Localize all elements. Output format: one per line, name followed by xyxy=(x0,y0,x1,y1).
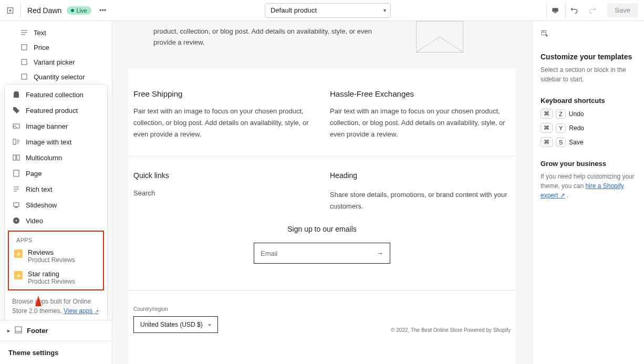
email-input[interactable]: Email → xyxy=(254,243,390,264)
feature-text: product, collection, or blog post. Add d… xyxy=(128,21,395,53)
col1-title: Free Shipping xyxy=(133,89,314,98)
rich-text-icon xyxy=(12,185,20,193)
exit-button[interactable] xyxy=(6,3,21,18)
svg-rect-2 xyxy=(554,12,556,13)
quick-links-column: Quick links Search xyxy=(133,171,314,212)
svg-point-13 xyxy=(15,207,16,208)
preview-canvas: product, collection, or blog post. Add d… xyxy=(112,21,532,364)
app-reviews[interactable]: ★ Reviews Product Reviews xyxy=(9,245,103,267)
undo-icon xyxy=(570,6,578,15)
kbd-title: Keyboard shortcuts xyxy=(541,97,636,105)
svg-rect-4 xyxy=(22,59,27,65)
feature-image-placeholder xyxy=(416,21,463,53)
image-text-icon xyxy=(12,138,20,146)
heading-text: Share store details, promotions, or bran… xyxy=(330,189,511,212)
svg-rect-17 xyxy=(15,327,22,333)
price-icon xyxy=(20,43,28,51)
shortcut-save: ⌘SSave xyxy=(541,137,636,147)
section-image-with-text[interactable]: Image with text xyxy=(5,134,107,150)
more-menu-button[interactable]: ••• xyxy=(97,4,109,17)
section-picker-popup: Featured collection Featured product Ima… xyxy=(4,84,108,320)
annotation-arrow xyxy=(35,296,41,306)
quantity-icon xyxy=(20,72,28,81)
section-page[interactable]: Page xyxy=(5,165,107,181)
page-icon xyxy=(12,169,20,178)
star-icon: ★ xyxy=(14,249,23,258)
slideshow-icon xyxy=(12,201,20,209)
block-price[interactable]: Price xyxy=(0,40,112,55)
view-apps-link[interactable]: View apps ↗ xyxy=(64,307,99,315)
desktop-icon xyxy=(551,6,559,15)
save-button[interactable]: Save xyxy=(607,3,638,17)
chevron-right-icon: ▸ xyxy=(7,328,10,334)
keyboard-shortcuts-section: Keyboard shortcuts ⌘ZUndo ⌘YRedo ⌘SSave xyxy=(541,97,636,147)
star-icon: ★ xyxy=(14,271,23,279)
customize-text: Select a section or block in the sidebar… xyxy=(541,65,636,84)
section-rich-text[interactable]: Rich text xyxy=(5,181,107,197)
footer-section[interactable]: ▸ Footer xyxy=(0,320,112,341)
redo-icon xyxy=(588,6,597,15)
product-picker[interactable]: Default product xyxy=(265,3,391,18)
search-link[interactable]: Search xyxy=(133,189,314,197)
signup-section: Sign up to our emails Email → xyxy=(133,225,511,264)
svg-rect-1 xyxy=(552,8,558,12)
region-selector-wrapper: Country/region United States (USD $) xyxy=(133,306,218,333)
collection-icon xyxy=(12,90,20,99)
col2-text: Pair text with an image to focus on your… xyxy=(330,106,511,140)
block-quantity-selector[interactable]: Quantity selector xyxy=(0,69,112,84)
section-featured-product[interactable]: Featured product xyxy=(5,102,107,118)
section-multicolumn[interactable]: Multicolumn xyxy=(5,150,107,165)
app-star-rating[interactable]: ★ Star rating Product Reviews xyxy=(9,267,103,288)
svg-rect-11 xyxy=(14,170,19,176)
col1-text: Pair text with an image to focus on your… xyxy=(133,106,314,140)
apps-highlight-box: Apps ★ Reviews Product Reviews ★ Star ra… xyxy=(8,231,104,290)
signup-title: Sign up to our emails xyxy=(133,225,511,233)
column-1: Free Shipping Pair text with an image to… xyxy=(133,89,314,140)
theme-settings-button[interactable]: Theme settings xyxy=(0,341,112,364)
svg-point-15 xyxy=(17,207,18,208)
svg-rect-12 xyxy=(14,203,19,206)
topbar-left: Red Dawn Live ••• xyxy=(6,3,109,18)
multicolumn-icon xyxy=(12,153,20,162)
preview-frame: product, collection, or blog post. Add d… xyxy=(128,21,516,364)
template-icon xyxy=(541,29,556,45)
browse-apps-text: Browse apps built for Online Store 2.0 t… xyxy=(5,293,107,320)
live-badge: Live xyxy=(67,6,91,15)
undo-button[interactable] xyxy=(565,2,582,19)
arrow-right-icon: → xyxy=(376,249,383,257)
redo-button[interactable] xyxy=(584,2,601,19)
external-link-icon: ↗ xyxy=(560,192,565,199)
heading-column: Heading Share store details, promotions,… xyxy=(330,171,511,212)
feature-section: product, collection, or blog post. Add d… xyxy=(128,21,516,68)
customize-title: Customize your templates xyxy=(541,53,636,61)
footer-icon xyxy=(14,326,23,336)
svg-rect-9 xyxy=(13,155,16,160)
section-featured-collection[interactable]: Featured collection xyxy=(5,87,107,102)
svg-point-14 xyxy=(16,207,17,208)
quick-links-title: Quick links xyxy=(133,171,314,180)
block-text[interactable]: Text xyxy=(0,25,112,40)
region-select[interactable]: United States (USD $) xyxy=(133,316,218,333)
shortcut-redo: ⌘YRedo xyxy=(541,123,636,133)
customize-section: Customize your templates Select a sectio… xyxy=(541,29,636,84)
block-variant-picker[interactable]: Variant picker xyxy=(0,55,112,69)
svg-rect-8 xyxy=(13,139,16,144)
column-2: Hassle-Free Exchanges Pair text with an … xyxy=(330,89,511,140)
topbar-right: Save xyxy=(546,2,638,19)
section-video[interactable]: Video xyxy=(5,213,107,228)
section-image-banner[interactable]: Image banner xyxy=(5,118,107,134)
section-slideshow[interactable]: Slideshow xyxy=(5,197,107,213)
region-label: Country/region xyxy=(133,306,218,312)
device-preview-button[interactable] xyxy=(546,2,563,19)
apps-header: Apps xyxy=(9,233,103,245)
svg-rect-5 xyxy=(22,74,27,79)
email-placeholder: Email xyxy=(261,249,278,257)
svg-rect-3 xyxy=(22,45,27,50)
exit-icon xyxy=(6,6,14,15)
grow-business-section: Grow your business If you need help cust… xyxy=(541,160,636,200)
heading-title: Heading xyxy=(330,171,511,180)
variant-icon xyxy=(20,58,28,66)
topbar: Red Dawn Live ••• Default product Save xyxy=(0,0,644,21)
external-link-icon: ↗ xyxy=(95,308,99,314)
two-column-section: Free Shipping Pair text with an image to… xyxy=(128,68,516,156)
